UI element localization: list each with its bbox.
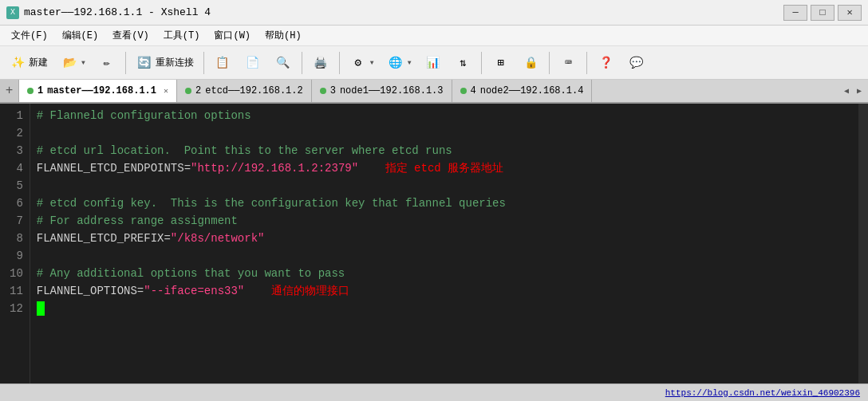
tab-node2[interactable]: 4 node2——192.168.1.4 [452,80,593,102]
app-icon: X [6,6,19,19]
tab-master[interactable]: 1 master——192.168.1.1 ✕ [19,80,177,104]
window-controls[interactable]: — □ ✕ [783,5,862,21]
maximize-button[interactable]: □ [811,5,834,21]
reconnect-label: 重新连接 [156,56,194,69]
menu-file[interactable]: 文件(F) [5,27,54,44]
tab-num-2: 3 [330,85,336,96]
tab-prev-button[interactable]: ◀ [841,85,852,97]
code-part-string: "/k8s/network" [171,232,265,245]
toolbar-separator-2 [203,52,204,74]
scrollbar[interactable] [858,104,868,383]
close-button[interactable]: ✕ [838,5,862,21]
tab-label-1: etcd——192.168.1.2 [205,85,302,96]
code-line: # etcd url location. Point this to the s… [37,142,852,159]
tab-node1[interactable]: 3 node1——192.168.1.3 [312,80,452,102]
line-numbers: 123456789101112 [0,104,30,383]
menu-view[interactable]: 查看(V) [106,27,156,44]
code-part-string: "http://192.168.1.2:2379" [191,162,358,175]
chart-icon: 📊 [424,54,441,72]
new-icon: ✨ [9,54,26,72]
toolbar-btn-4[interactable]: 📄 [239,50,267,76]
terminal-area[interactable]: 123456789101112 # Flanneld configuration… [0,104,868,383]
title-bar: X master——192.168.1.1 - Xshell 4 — □ ✕ [0,0,868,26]
toolbar-btn-7[interactable]: ⚙️ ▼ [344,50,380,76]
tab-num-0: 1 [37,85,43,96]
minimize-button[interactable]: — [783,5,807,21]
code-part-normal: FLANNEL_ETCD_PREFIX= [37,232,171,245]
toolbar-btn-12[interactable]: 🔒 [516,50,545,76]
open-dropdown[interactable]: 📂 ▼ [55,50,91,76]
tab-num-1: 2 [195,85,201,96]
code-line [37,247,852,265]
status-url[interactable]: https://blog.csdn.net/weixin_46902396 [665,388,860,398]
reconnect-icon: 🔄 [136,54,153,72]
new-button[interactable]: ✨ 新建 [3,50,53,76]
toolbar-btn-14[interactable]: ❓ [591,50,620,76]
new-label: 新建 [29,56,48,69]
lock-icon: 🔒 [522,54,539,72]
code-line: FLANNEL_ETCD_ENDPOINTS="http://192.168.1… [37,159,852,177]
code-part-comment: # etcd url location. Point this to the s… [37,144,452,157]
network-icon: 🌐 [387,54,404,72]
line-num: 6 [10,195,23,212]
tab-label-3: node2——192.168.1.4 [480,85,584,96]
keyboard-icon: ⌨️ [559,54,577,72]
line-num: 11 [10,282,23,300]
menu-tools[interactable]: 工具(T) [157,27,207,44]
status-bar: https://blog.csdn.net/weixin_46902396 [0,383,868,401]
tab-etcd[interactable]: 2 etcd——192.168.1.2 [177,80,312,102]
code-line [37,124,852,142]
code-line: # Flanneld configuration options [37,107,852,124]
code-line: # etcd config key. This is the configura… [37,195,852,212]
sftp-icon: ⇅ [454,54,471,72]
menu-edit[interactable]: 编辑(E) [56,27,105,44]
menu-help[interactable]: 帮助(H) [258,27,308,44]
new-tab-button[interactable]: + [0,80,19,102]
code-part-annotation: 指定 etcd 服务器地址 [358,162,503,175]
toolbar-btn-10[interactable]: ⇅ [448,50,477,76]
print-icon: 🖨️ [312,54,329,72]
compose-icon: 📋 [214,54,231,72]
toolbar-separator-1 [125,52,126,74]
help-icon: ❓ [597,54,614,72]
grid-icon: ⊞ [491,54,509,72]
tab-dot-1 [185,88,191,94]
toolbar-btn-13[interactable]: ⌨️ [554,50,582,76]
code-part-normal: FLANNEL_OPTIONS= [37,285,144,297]
chat-icon: 💬 [627,54,645,72]
toolbar-btn-11[interactable]: ⊞ [486,50,515,76]
toolbar-separator-5 [481,52,482,74]
toolbar-btn-9[interactable]: 📊 [418,50,447,76]
menu-window[interactable]: 窗口(W) [207,27,257,44]
reconnect-button[interactable]: 🔄 重新连接 [130,50,199,76]
settings-icon: ⚙️ [349,54,367,72]
toolbar-separator-7 [586,52,587,74]
toolbar-btn-3[interactable]: 📋 [208,50,237,76]
code-line: FLANNEL_OPTIONS="--iface=ens33" 通信的物理接口 [37,282,852,300]
tab-bar: + 1 master——192.168.1.1 ✕ 2 etcd——192.16… [0,80,868,104]
code-part-normal: FLANNEL_ETCD_ENDPOINTS= [37,162,191,175]
toolbar-btn-5[interactable]: 🔍 [269,50,298,76]
tab-label-2: node1——192.168.1.3 [340,85,444,96]
code-editor[interactable]: # Flanneld configuration options # etcd … [30,104,858,383]
toolbar-separator-6 [549,52,550,74]
code-part-comment: # etcd config key. This is the configura… [37,197,506,210]
toolbar-separator-4 [339,52,340,74]
line-num: 9 [10,247,23,265]
toolbar-btn-6[interactable]: 🖨️ [306,50,335,76]
tab-nav: ◀ ▶ [838,80,868,102]
toolbar-btn-8[interactable]: 🌐 ▼ [381,50,417,76]
open-icon: 📂 [61,54,78,72]
tab-close-0[interactable]: ✕ [164,86,168,96]
cursor [37,301,45,316]
code-part-comment: # For address range assignment [37,214,238,227]
line-num: 12 [10,300,23,317]
line-num: 5 [10,177,23,195]
code-line [37,177,852,195]
tab-next-button[interactable]: ▶ [854,85,865,97]
code-line: FLANNEL_ETCD_PREFIX="/k8s/network" [37,230,852,247]
code-line: # Any additional options that you want t… [37,265,852,282]
toolbar-btn-15[interactable]: 💬 [621,50,650,76]
edit-button[interactable]: ✏️ [93,50,121,76]
code-part-comment: # Any additional options that you want t… [37,267,345,280]
